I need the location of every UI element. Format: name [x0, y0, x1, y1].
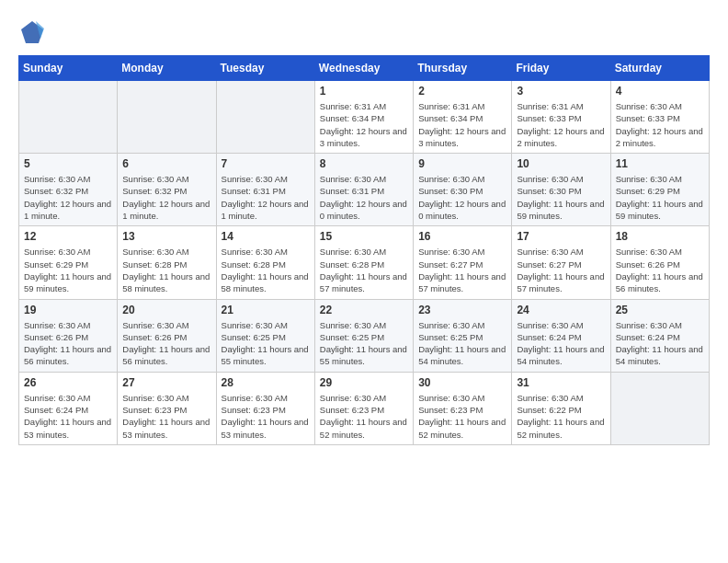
calendar-cell: 16Sunrise: 6:30 AM Sunset: 6:27 PM Dayli…: [414, 226, 512, 299]
day-info: Sunrise: 6:31 AM Sunset: 6:33 PM Dayligh…: [517, 100, 605, 149]
calendar-cell: 2Sunrise: 6:31 AM Sunset: 6:34 PM Daylig…: [414, 81, 512, 154]
day-info: Sunrise: 6:30 AM Sunset: 6:30 PM Dayligh…: [418, 173, 506, 222]
day-info: Sunrise: 6:30 AM Sunset: 6:27 PM Dayligh…: [517, 246, 605, 294]
calendar-cell: 25Sunrise: 6:30 AM Sunset: 6:24 PM Dayli…: [610, 299, 709, 372]
calendar-cell: 31Sunrise: 6:30 AM Sunset: 6:22 PM Dayli…: [512, 372, 610, 444]
day-number: 6: [122, 157, 210, 170]
calendar-cell: 6Sunrise: 6:30 AM Sunset: 6:32 PM Daylig…: [118, 154, 216, 226]
day-info: Sunrise: 6:30 AM Sunset: 6:25 PM Dayligh…: [320, 319, 408, 368]
day-number: 12: [24, 230, 112, 243]
calendar-cell: 17Sunrise: 6:30 AM Sunset: 6:27 PM Dayli…: [512, 226, 610, 299]
day-number: 17: [517, 230, 605, 243]
calendar-cell: 7Sunrise: 6:30 AM Sunset: 6:31 PM Daylig…: [216, 154, 314, 226]
day-info: Sunrise: 6:30 AM Sunset: 6:28 PM Dayligh…: [320, 246, 408, 294]
day-info: Sunrise: 6:30 AM Sunset: 6:26 PM Dayligh…: [24, 319, 112, 368]
day-number: 22: [320, 304, 408, 316]
day-number: 31: [517, 376, 605, 389]
day-of-week-header: Wednesday: [314, 56, 413, 81]
calendar-cell: 28Sunrise: 6:30 AM Sunset: 6:23 PM Dayli…: [216, 372, 314, 444]
day-number: 14: [222, 230, 310, 243]
calendar-cell: 9Sunrise: 6:30 AM Sunset: 6:30 PM Daylig…: [414, 154, 512, 226]
day-info: Sunrise: 6:30 AM Sunset: 6:31 PM Dayligh…: [320, 173, 408, 222]
calendar-week-row: 19Sunrise: 6:30 AM Sunset: 6:26 PM Dayli…: [19, 299, 710, 372]
calendar-cell: 20Sunrise: 6:30 AM Sunset: 6:26 PM Dayli…: [118, 299, 216, 372]
day-number: 5: [24, 157, 112, 170]
calendar-table: SundayMondayTuesdayWednesdayThursdayFrid…: [18, 55, 710, 445]
day-number: 23: [418, 304, 506, 316]
calendar-cell: 27Sunrise: 6:30 AM Sunset: 6:23 PM Dayli…: [118, 372, 216, 444]
day-info: Sunrise: 6:30 AM Sunset: 6:27 PM Dayligh…: [418, 246, 506, 294]
calendar-cell: 5Sunrise: 6:30 AM Sunset: 6:32 PM Daylig…: [19, 154, 118, 226]
day-number: 30: [418, 376, 506, 389]
day-number: 20: [122, 304, 210, 316]
calendar-cell: 23Sunrise: 6:30 AM Sunset: 6:25 PM Dayli…: [414, 299, 512, 372]
day-info: Sunrise: 6:30 AM Sunset: 6:23 PM Dayligh…: [418, 392, 506, 441]
day-number: 7: [222, 157, 310, 170]
day-number: 4: [616, 85, 704, 98]
calendar-cell: 15Sunrise: 6:30 AM Sunset: 6:28 PM Dayli…: [314, 226, 413, 299]
calendar-week-row: 1Sunrise: 6:31 AM Sunset: 6:34 PM Daylig…: [19, 81, 710, 154]
day-info: Sunrise: 6:30 AM Sunset: 6:28 PM Dayligh…: [122, 246, 210, 294]
day-info: Sunrise: 6:30 AM Sunset: 6:25 PM Dayligh…: [418, 319, 506, 368]
calendar-week-row: 12Sunrise: 6:30 AM Sunset: 6:29 PM Dayli…: [19, 226, 710, 299]
day-info: Sunrise: 6:30 AM Sunset: 6:26 PM Dayligh…: [122, 319, 210, 368]
calendar-cell: [610, 372, 709, 444]
day-info: Sunrise: 6:30 AM Sunset: 6:26 PM Dayligh…: [616, 246, 704, 294]
day-number: 28: [222, 376, 310, 389]
day-of-week-header: Thursday: [414, 56, 512, 81]
calendar-cell: 19Sunrise: 6:30 AM Sunset: 6:26 PM Dayli…: [19, 299, 118, 372]
day-info: Sunrise: 6:30 AM Sunset: 6:30 PM Dayligh…: [517, 173, 605, 222]
day-info: Sunrise: 6:30 AM Sunset: 6:25 PM Dayligh…: [222, 319, 310, 368]
day-number: 15: [320, 230, 408, 243]
day-info: Sunrise: 6:30 AM Sunset: 6:22 PM Dayligh…: [517, 392, 605, 441]
calendar-cell: 4Sunrise: 6:30 AM Sunset: 6:33 PM Daylig…: [610, 81, 709, 154]
day-number: 29: [320, 376, 408, 389]
calendar-cell: 21Sunrise: 6:30 AM Sunset: 6:25 PM Dayli…: [216, 299, 314, 372]
day-info: Sunrise: 6:30 AM Sunset: 6:28 PM Dayligh…: [222, 246, 310, 294]
day-info: Sunrise: 6:30 AM Sunset: 6:32 PM Dayligh…: [24, 173, 112, 222]
day-of-week-header: Monday: [118, 56, 216, 81]
calendar-cell: 8Sunrise: 6:30 AM Sunset: 6:31 PM Daylig…: [314, 154, 413, 226]
day-of-week-header: Tuesday: [216, 56, 314, 81]
logo-icon: [18, 18, 46, 46]
calendar-cell: 13Sunrise: 6:30 AM Sunset: 6:28 PM Dayli…: [118, 226, 216, 299]
calendar-cell: 3Sunrise: 6:31 AM Sunset: 6:33 PM Daylig…: [512, 81, 610, 154]
day-number: 18: [616, 230, 704, 243]
day-info: Sunrise: 6:30 AM Sunset: 6:23 PM Dayligh…: [122, 392, 210, 441]
day-number: 27: [122, 376, 210, 389]
logo: [18, 18, 50, 46]
day-number: 1: [320, 85, 408, 98]
calendar-cell: [216, 81, 314, 154]
day-info: Sunrise: 6:31 AM Sunset: 6:34 PM Dayligh…: [418, 100, 506, 149]
day-info: Sunrise: 6:30 AM Sunset: 6:23 PM Dayligh…: [222, 392, 310, 441]
day-number: 24: [517, 304, 605, 316]
day-number: 13: [122, 230, 210, 243]
calendar-week-row: 5Sunrise: 6:30 AM Sunset: 6:32 PM Daylig…: [19, 154, 710, 226]
calendar-cell: 10Sunrise: 6:30 AM Sunset: 6:30 PM Dayli…: [512, 154, 610, 226]
day-of-week-header: Sunday: [19, 56, 118, 81]
day-number: 10: [517, 157, 605, 170]
day-info: Sunrise: 6:30 AM Sunset: 6:33 PM Dayligh…: [616, 100, 704, 149]
day-number: 11: [616, 157, 704, 170]
day-number: 8: [320, 157, 408, 170]
calendar-cell: 18Sunrise: 6:30 AM Sunset: 6:26 PM Dayli…: [610, 226, 709, 299]
day-info: Sunrise: 6:30 AM Sunset: 6:29 PM Dayligh…: [616, 173, 704, 222]
calendar-cell: 29Sunrise: 6:30 AM Sunset: 6:23 PM Dayli…: [314, 372, 413, 444]
day-info: Sunrise: 6:30 AM Sunset: 6:32 PM Dayligh…: [122, 173, 210, 222]
day-info: Sunrise: 6:30 AM Sunset: 6:23 PM Dayligh…: [320, 392, 408, 441]
day-number: 19: [24, 304, 112, 316]
day-number: 3: [517, 85, 605, 98]
day-number: 16: [418, 230, 506, 243]
calendar-cell: 30Sunrise: 6:30 AM Sunset: 6:23 PM Dayli…: [414, 372, 512, 444]
day-info: Sunrise: 6:30 AM Sunset: 6:29 PM Dayligh…: [24, 246, 112, 294]
day-info: Sunrise: 6:31 AM Sunset: 6:34 PM Dayligh…: [320, 100, 408, 149]
calendar-cell: 26Sunrise: 6:30 AM Sunset: 6:24 PM Dayli…: [19, 372, 118, 444]
page-header: [18, 18, 710, 46]
calendar-header-row: SundayMondayTuesdayWednesdayThursdayFrid…: [19, 56, 710, 81]
calendar-cell: [118, 81, 216, 154]
day-info: Sunrise: 6:30 AM Sunset: 6:24 PM Dayligh…: [616, 319, 704, 368]
calendar-cell: [19, 81, 118, 154]
calendar-cell: 11Sunrise: 6:30 AM Sunset: 6:29 PM Dayli…: [610, 154, 709, 226]
calendar-week-row: 26Sunrise: 6:30 AM Sunset: 6:24 PM Dayli…: [19, 372, 710, 444]
day-number: 26: [24, 376, 112, 389]
